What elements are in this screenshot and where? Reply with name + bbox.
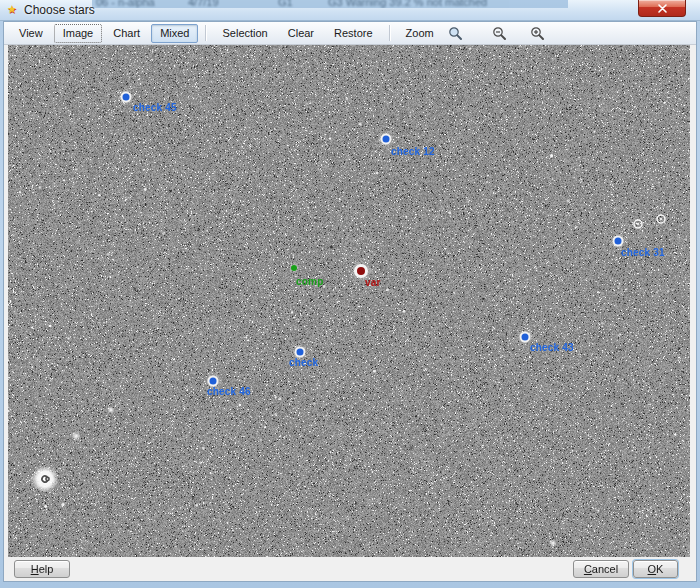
star-label: check 12 — [391, 146, 435, 157]
star-label: check 43 — [530, 342, 574, 353]
magnifier-icon — [448, 26, 463, 41]
star-marker-check-31[interactable] — [615, 238, 622, 245]
background-window-text: 06 - n-alpha — [96, 0, 155, 8]
help-button[interactable]: Help — [14, 560, 70, 578]
dialog-footer: Help Cancel OK — [4, 557, 696, 581]
zoom-in-button[interactable] — [527, 24, 549, 43]
choose-stars-dialog: 06 - n-alpha 4/7/19 G1 G3 Warning 39.2 %… — [0, 0, 700, 588]
window-titlebar[interactable]: 06 - n-alpha 4/7/19 G1 G3 Warning 39.2 %… — [0, 0, 700, 21]
view-mode-chart-button[interactable]: Chart — [104, 24, 149, 43]
star-label: check — [289, 357, 318, 368]
dialog-content: View Image Chart Mixed Selection Clear R… — [3, 21, 697, 582]
star-label: comp — [296, 276, 323, 287]
restore-button[interactable]: Restore — [325, 24, 382, 43]
star-label: check 46 — [207, 386, 251, 397]
star-marker-check[interactable] — [297, 349, 304, 356]
zoom-out-button[interactable] — [489, 24, 511, 43]
cancel-button-label: Cancel — [584, 563, 618, 575]
star-marker-var[interactable] — [357, 267, 365, 275]
background-window-text: G1 — [278, 0, 293, 8]
star-label: check 31 — [621, 247, 665, 258]
toolbar-separator — [389, 25, 390, 41]
close-icon — [658, 4, 667, 13]
selection-button[interactable]: Selection — [213, 24, 276, 43]
view-mode-mixed-button[interactable]: Mixed — [151, 24, 198, 43]
star-marker-comp[interactable] — [291, 265, 297, 271]
close-button[interactable] — [638, 0, 686, 17]
zoom-fit-button[interactable] — [445, 24, 467, 43]
app-star-icon: ★ — [7, 3, 20, 16]
background-window-peek: 06 - n-alpha 4/7/19 G1 G3 Warning 39.2 %… — [92, 0, 568, 8]
star-marker-check-46[interactable] — [210, 378, 217, 385]
help-button-label: Help — [31, 563, 54, 575]
window-title: Choose stars — [24, 3, 95, 17]
toolbar-separator — [205, 25, 206, 41]
star-markers-layer: check 45check 12check 31compvarcheck 43c… — [8, 45, 690, 557]
cancel-button[interactable]: Cancel — [573, 560, 629, 578]
star-field-image[interactable]: check 45check 12check 31compvarcheck 43c… — [8, 45, 690, 557]
view-mode-image-button[interactable]: Image — [54, 24, 103, 43]
background-window-text: 4/7/19 — [188, 0, 219, 8]
magnifier-plus-icon — [530, 26, 545, 41]
star-label: check 45 — [133, 102, 177, 113]
toolbar: View Image Chart Mixed Selection Clear R… — [4, 22, 696, 45]
background-window-text: G3 Warning 39.2 % not matched — [328, 0, 487, 8]
ok-button[interactable]: OK — [633, 560, 678, 578]
star-marker-check-12[interactable] — [383, 136, 390, 143]
star-label: var — [365, 277, 381, 288]
clear-button[interactable]: Clear — [279, 24, 323, 43]
star-marker-check-45[interactable] — [123, 94, 130, 101]
zoom-button[interactable]: Zoom — [397, 24, 443, 43]
ok-button-label: OK — [648, 563, 664, 575]
star-marker-check-43[interactable] — [522, 334, 529, 341]
magnifier-minus-icon — [492, 26, 507, 41]
view-button[interactable]: View — [10, 24, 52, 43]
